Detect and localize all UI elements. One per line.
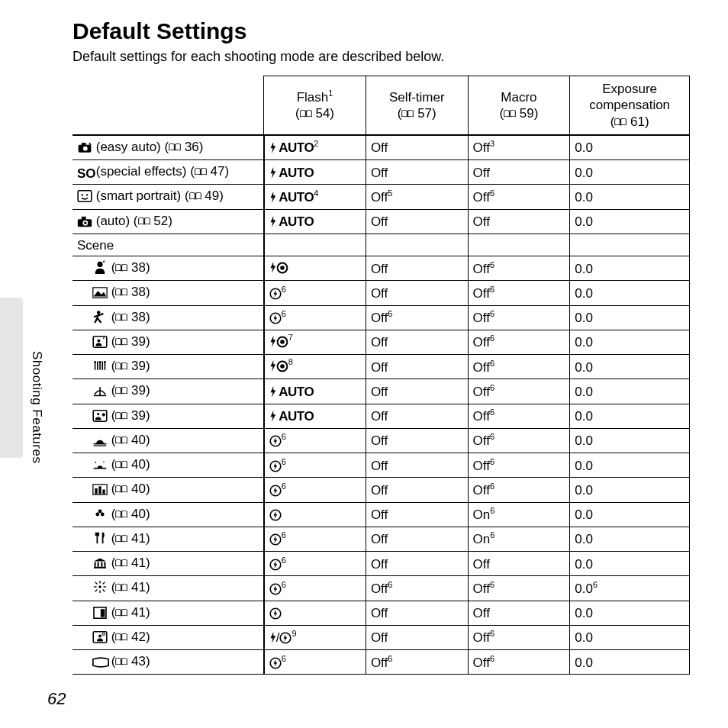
svg-point-23 [280, 364, 285, 369]
default-settings-table: Flash1 ( 54) Self-timer ( 57) Macro ( 59… [72, 76, 690, 675]
cell-macro: On6 [468, 502, 570, 527]
cell-self-timer: Off [366, 601, 468, 625]
cell-macro: Off6 [468, 453, 570, 478]
cell-macro: Off6 [468, 185, 570, 209]
row-label: ( 40) [72, 478, 264, 502]
svg-point-50 [98, 634, 101, 637]
book-icon [169, 143, 181, 152]
row-label: ( 39) [72, 355, 264, 379]
cell-exposure: 0.0 [570, 650, 690, 675]
cell-exposure: 0.0 [570, 404, 690, 428]
row-label: ( 41) [72, 601, 264, 625]
row-label: (auto) ( 52) [72, 209, 264, 234]
cell-exposure: 0.0 [570, 379, 690, 404]
cell-self-timer: Off6 [366, 305, 468, 330]
svg-rect-31 [98, 487, 101, 494]
svg-point-35 [98, 509, 102, 513]
book-icon [115, 411, 127, 420]
cell-self-timer: Off [366, 330, 468, 354]
cell-self-timer: Off [366, 502, 468, 527]
svg-point-12 [280, 266, 285, 270]
book-icon [504, 109, 516, 118]
intro-text: Default settings for each shooting mode … [72, 49, 690, 65]
row-label: ( 38) [72, 256, 264, 281]
cell-exposure: 0.0 [570, 281, 690, 305]
cell-macro: Off6 [468, 625, 570, 649]
header-flash: Flash1 ( 54) [264, 76, 366, 135]
svg-point-10 [97, 262, 102, 267]
cell-flash: 6 [264, 478, 366, 502]
svg-point-51 [102, 633, 105, 635]
svg-point-36 [99, 513, 101, 514]
svg-point-33 [95, 512, 99, 516]
row-label: ( 39) [72, 404, 264, 428]
fireworks-icon [92, 580, 108, 598]
cell-flash: AUTO [264, 209, 366, 234]
cell-macro: Off6 [468, 428, 570, 453]
cell-flash: 6 [264, 552, 366, 576]
cell-macro: On6 [468, 527, 570, 551]
scene-header: Scene [72, 234, 264, 256]
cell-flash: AUTO [264, 404, 366, 428]
book-icon [115, 362, 127, 371]
book-icon [300, 109, 312, 118]
row-label: ( 40) [72, 502, 264, 527]
cell-macro: Off6 [468, 281, 570, 305]
cell-self-timer: Off6 [366, 576, 468, 601]
museum-icon [92, 557, 108, 573]
book-icon [195, 167, 207, 176]
cell-exposure: 0.0 [570, 527, 690, 551]
row-label: ( 41) [72, 527, 264, 551]
row-label: (easy auto) ( 36) [72, 135, 264, 160]
cell-self-timer: Off [366, 625, 468, 649]
cell-macro: Off6 [468, 650, 570, 675]
svg-point-21 [104, 361, 106, 363]
sidebar-section-label: Shooting Features [29, 351, 44, 463]
book-icon [115, 436, 127, 445]
cell-macro: Off6 [468, 330, 570, 354]
cell-exposure: 0.0 [570, 428, 690, 453]
row-label: ( 39) [72, 379, 264, 404]
book-icon [115, 386, 127, 395]
svg-point-20 [99, 361, 101, 363]
book-icon [115, 583, 127, 592]
easy-auto-icon [77, 141, 92, 157]
cell-macro: Off [468, 209, 570, 234]
cell-self-timer: Off [366, 428, 468, 453]
cell-macro: Off [468, 601, 570, 625]
sidebar-tab [0, 298, 23, 458]
svg-line-45 [103, 582, 105, 585]
cell-flash: AUTO2 [264, 135, 366, 160]
panorama-icon [92, 656, 108, 672]
svg-rect-37 [94, 567, 106, 569]
cell-macro: Off6 [468, 305, 570, 330]
book-icon [115, 510, 127, 519]
book-icon [115, 485, 127, 494]
svg-rect-3 [78, 191, 92, 201]
cell-flash: 6 [264, 650, 366, 675]
cell-flash: 8 [264, 355, 366, 379]
cell-flash: /9 [264, 625, 366, 649]
cell-self-timer: Off [366, 160, 468, 185]
svg-line-46 [95, 590, 98, 592]
dusk-icon [92, 459, 108, 475]
book-icon [138, 217, 150, 226]
svg-point-2 [83, 147, 88, 151]
cell-self-timer: Off [366, 379, 468, 404]
book-icon [189, 192, 201, 201]
cell-exposure: 0.0 [570, 256, 690, 281]
svg-rect-1 [82, 143, 86, 145]
row-label: ( 38) [72, 305, 264, 330]
cell-self-timer: Off [366, 256, 468, 281]
cell-macro: Off6 [468, 256, 570, 281]
cell-flash: 6 [264, 453, 366, 478]
book-icon [115, 313, 127, 322]
cell-self-timer: Off [366, 135, 468, 160]
cell-self-timer: Off [366, 527, 468, 551]
food-icon [92, 531, 108, 549]
sports-icon [92, 310, 108, 327]
closeup-icon [92, 508, 108, 524]
cell-macro: Off6 [468, 355, 570, 379]
cell-flash: 6 [264, 576, 366, 601]
row-label: ( 38) [72, 281, 264, 305]
